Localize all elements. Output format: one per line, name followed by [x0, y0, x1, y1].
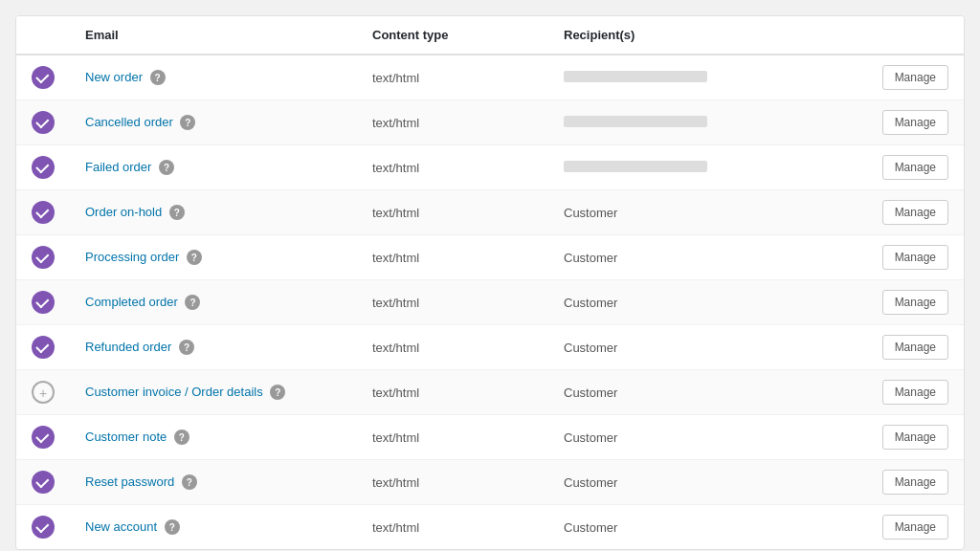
content-type-value: text/html — [372, 161, 419, 175]
action-cell: Manage — [858, 190, 964, 235]
col-header-status — [16, 16, 70, 55]
content-type-value: text/html — [372, 251, 419, 265]
recipients-cell — [548, 145, 858, 190]
emails-table: Email Content type Recipient(s) New orde… — [16, 16, 964, 549]
manage-button-reset-password[interactable]: Manage — [882, 470, 948, 495]
help-icon[interactable]: ? — [159, 160, 174, 175]
checkmark-icon — [32, 201, 55, 224]
col-header-action — [858, 16, 964, 55]
recipient-text: Customer — [564, 341, 617, 355]
email-link-completed-order[interactable]: Completed order — [85, 295, 178, 309]
action-cell: Manage — [858, 280, 964, 325]
email-cell: Cancelled order ? — [70, 100, 357, 145]
recipient-text: Customer — [564, 475, 617, 490]
table-row: Customer invoice / Order details ?text/h… — [16, 370, 964, 415]
recipients-cell: Customer — [548, 190, 858, 235]
recipients-cell: Customer — [548, 235, 858, 280]
emails-table-wrapper: Email Content type Recipient(s) New orde… — [15, 15, 965, 550]
manage-button-failed-order[interactable]: Manage — [882, 155, 948, 180]
recipients-cell — [548, 100, 858, 145]
content-type-cell: text/html — [357, 505, 548, 550]
email-cell: Processing order ? — [70, 235, 357, 280]
manage-button-completed-order[interactable]: Manage — [882, 290, 948, 315]
status-cell — [16, 55, 70, 100]
recipient-text: Customer — [564, 206, 617, 220]
manage-button-new-account[interactable]: Manage — [882, 515, 948, 540]
checkmark-icon — [32, 246, 55, 269]
status-cell — [16, 280, 70, 325]
help-icon[interactable]: ? — [187, 250, 202, 265]
content-type-value: text/html — [372, 116, 419, 130]
manage-button-processing-order[interactable]: Manage — [882, 245, 948, 270]
email-link-customer-invoice[interactable]: Customer invoice / Order details — [85, 385, 263, 399]
table-row: Failed order ?text/htmlManage — [16, 145, 964, 190]
action-cell: Manage — [858, 325, 964, 370]
table-row: New account ?text/htmlCustomerManage — [16, 505, 964, 550]
help-icon[interactable]: ? — [185, 295, 200, 310]
email-link-new-order[interactable]: New order — [85, 70, 143, 84]
checkmark-icon — [32, 291, 55, 314]
manage-button-order-on-hold[interactable]: Manage — [882, 200, 948, 225]
recipients-cell: Customer — [548, 505, 858, 550]
recipients-cell: Customer — [548, 415, 858, 460]
checkmark-icon — [32, 516, 55, 539]
help-icon[interactable]: ? — [179, 340, 194, 355]
status-cell — [16, 370, 70, 415]
help-icon[interactable]: ? — [150, 70, 166, 85]
email-link-order-on-hold[interactable]: Order on-hold — [85, 205, 162, 219]
help-icon[interactable]: ? — [169, 205, 185, 220]
manage-button-cancelled-order[interactable]: Manage — [882, 110, 948, 135]
recipient-blurred — [564, 161, 707, 172]
content-type-cell: text/html — [357, 100, 548, 145]
content-type-value: text/html — [372, 296, 419, 310]
email-link-refunded-order[interactable]: Refunded order — [85, 340, 171, 354]
email-link-cancelled-order[interactable]: Cancelled order — [85, 115, 173, 129]
action-cell: Manage — [858, 370, 964, 415]
recipient-blurred — [564, 116, 707, 127]
content-type-cell: text/html — [357, 325, 548, 370]
table-row: Customer note ?text/htmlCustomerManage — [16, 415, 964, 460]
recipients-cell: Customer — [548, 370, 858, 415]
table-row: Refunded order ?text/htmlCustomerManage — [16, 325, 964, 370]
help-icon[interactable]: ? — [270, 385, 285, 400]
help-icon[interactable]: ? — [174, 430, 189, 445]
checkmark-icon — [32, 156, 55, 179]
manage-button-new-order[interactable]: Manage — [882, 65, 948, 90]
recipient-text: Customer — [564, 520, 617, 535]
manage-button-refunded-order[interactable]: Manage — [882, 335, 948, 360]
circle-plus-icon — [32, 381, 55, 404]
recipients-cell: Customer — [548, 325, 858, 370]
email-link-failed-order[interactable]: Failed order — [85, 160, 151, 174]
recipient-blurred — [564, 71, 707, 82]
status-cell — [16, 235, 70, 280]
checkmark-icon — [32, 471, 55, 494]
content-type-cell: text/html — [357, 55, 548, 100]
recipients-cell: Customer — [548, 460, 858, 505]
email-link-new-account[interactable]: New account — [85, 519, 157, 534]
email-link-customer-note[interactable]: Customer note — [85, 430, 167, 444]
email-link-reset-password[interactable]: Reset password — [85, 474, 174, 489]
help-icon[interactable]: ? — [182, 474, 197, 490]
manage-button-customer-note[interactable]: Manage — [882, 425, 948, 450]
content-type-cell: text/html — [357, 145, 548, 190]
email-cell: Reset password ? — [70, 460, 357, 505]
col-header-recipients: Recipient(s) — [548, 16, 858, 55]
content-type-value: text/html — [372, 341, 419, 355]
email-cell: Customer invoice / Order details ? — [70, 370, 357, 415]
status-cell — [16, 325, 70, 370]
recipient-text: Customer — [564, 386, 617, 400]
action-cell: Manage — [858, 100, 964, 145]
email-link-processing-order[interactable]: Processing order — [85, 250, 179, 264]
recipient-text: Customer — [564, 430, 617, 445]
content-type-value: text/html — [372, 430, 419, 445]
help-icon[interactable]: ? — [180, 115, 195, 130]
email-cell: Order on-hold ? — [70, 190, 357, 235]
recipient-text: Customer — [564, 251, 617, 265]
recipients-cell: Customer — [548, 280, 858, 325]
content-type-cell: text/html — [357, 370, 548, 415]
manage-button-customer-invoice[interactable]: Manage — [882, 380, 948, 405]
help-icon[interactable]: ? — [165, 519, 180, 535]
status-cell — [16, 505, 70, 550]
col-header-email: Email — [70, 16, 357, 55]
status-cell — [16, 415, 70, 460]
